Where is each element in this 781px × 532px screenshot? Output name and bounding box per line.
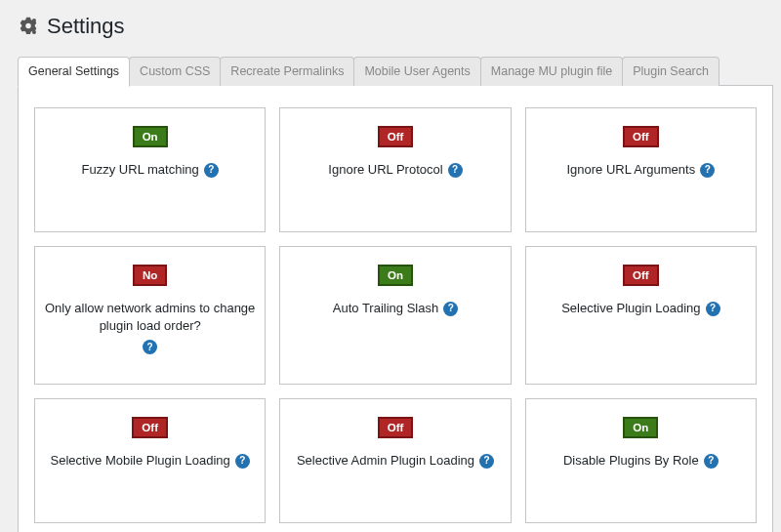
card-ignore-url-protocol: Off Ignore URL Protocol ?	[279, 107, 511, 232]
help-icon[interactable]: ?	[700, 163, 715, 178]
help-icon[interactable]: ?	[479, 454, 494, 469]
toggle-selective-mobile-plugin-loading[interactable]: Off	[132, 417, 168, 438]
toggle-auto-trailing-slash[interactable]: On	[378, 265, 413, 286]
page-title: Settings	[47, 14, 125, 39]
toggle-ignore-url-protocol[interactable]: Off	[378, 126, 414, 147]
tab-mobile-user-agents[interactable]: Mobile User Agents	[353, 57, 480, 86]
label-network-admins-load-order: Only allow network admins to change plug…	[45, 300, 255, 354]
card-selective-admin-plugin-loading: Off Selective Admin Plugin Loading ?	[279, 398, 511, 523]
label-ignore-url-protocol: Ignore URL Protocol ?	[328, 161, 462, 179]
toggle-ignore-url-arguments[interactable]: Off	[623, 126, 659, 147]
toggle-selective-admin-plugin-loading[interactable]: Off	[378, 417, 414, 438]
help-icon[interactable]: ?	[204, 163, 219, 178]
tab-custom-css[interactable]: Custom CSS	[129, 57, 221, 86]
tab-manage-mu-plugin[interactable]: Manage MU plugin file	[480, 57, 623, 86]
page-header: Settings	[0, 0, 781, 57]
toggle-disable-plugins-by-role[interactable]: On	[623, 417, 658, 438]
card-fuzzy-url-matching: On Fuzzy URL matching ?	[34, 107, 266, 232]
label-ignore-url-arguments: Ignore URL Arguments ?	[566, 161, 715, 179]
settings-grid: On Fuzzy URL matching ? Off Ignore URL P…	[34, 107, 757, 523]
toggle-network-admins-load-order[interactable]: No	[133, 265, 167, 286]
label-fuzzy-url-matching: Fuzzy URL matching ?	[82, 161, 219, 179]
card-selective-plugin-loading: Off Selective Plugin Loading ?	[525, 246, 757, 385]
help-icon[interactable]: ?	[443, 302, 458, 316]
help-icon[interactable]: ?	[143, 340, 157, 354]
help-icon[interactable]: ?	[235, 454, 250, 469]
card-selective-mobile-plugin-loading: Off Selective Mobile Plugin Loading ?	[34, 398, 266, 523]
label-selective-admin-plugin-loading: Selective Admin Plugin Loading ?	[297, 452, 494, 470]
card-disable-plugins-by-role: On Disable Plugins By Role ?	[525, 398, 757, 523]
label-selective-plugin-loading: Selective Plugin Loading ?	[561, 300, 719, 317]
tab-bar: General Settings Custom CSS Recreate Per…	[0, 57, 781, 86]
toggle-fuzzy-url-matching[interactable]: On	[133, 126, 168, 147]
tab-general-settings[interactable]: General Settings	[18, 57, 130, 87]
help-icon[interactable]: ?	[706, 302, 720, 316]
tab-plugin-search[interactable]: Plugin Search	[622, 57, 719, 86]
tab-recreate-permalinks[interactable]: Recreate Permalinks	[220, 57, 354, 86]
card-auto-trailing-slash: On Auto Trailing Slash ?	[279, 246, 511, 385]
label-auto-trailing-slash: Auto Trailing Slash ?	[333, 300, 458, 317]
svg-point-0	[32, 19, 36, 22]
toggle-selective-plugin-loading[interactable]: Off	[623, 265, 659, 286]
card-ignore-url-arguments: Off Ignore URL Arguments ?	[525, 107, 757, 232]
svg-point-1	[32, 30, 36, 34]
help-icon[interactable]: ?	[448, 163, 463, 178]
gear-icon	[18, 16, 39, 37]
label-disable-plugins-by-role: Disable Plugins By Role ?	[563, 452, 719, 470]
card-network-admins-load-order: No Only allow network admins to change p…	[34, 246, 266, 385]
settings-panel: On Fuzzy URL matching ? Off Ignore URL P…	[18, 85, 773, 532]
label-selective-mobile-plugin-loading: Selective Mobile Plugin Loading ?	[51, 452, 250, 470]
help-icon[interactable]: ?	[704, 454, 719, 469]
